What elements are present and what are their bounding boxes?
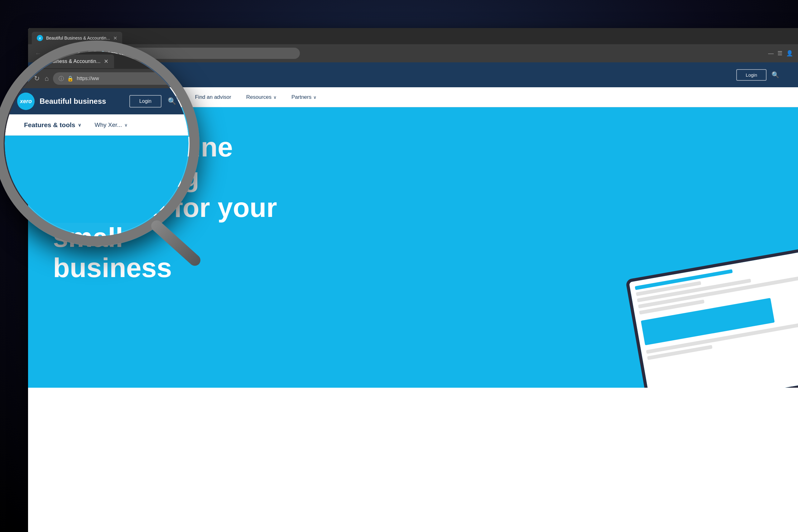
home-button[interactable]: ⌂ [74,48,84,58]
nav-item-resources[interactable]: Resources ∨ [239,87,284,107]
user-icon[interactable]: 👤 [786,50,793,57]
browser-controls: — ☰ 👤 [768,50,793,57]
nav-partners-label: Partners [291,94,311,100]
hero-headline: Xero is online accounting software for y… [53,132,334,283]
nav-features-label: Features & tools [54,94,101,101]
menu-icon[interactable]: ☰ [777,50,782,57]
hero-line3: business [53,252,172,283]
nav-advisor-label: Find an advisor [195,94,231,100]
xero-logo-area: xero Beautiful business [47,67,129,83]
nav-whyxero-chevron: ∨ [146,95,149,100]
nav-whyxero-label: Why Xero [121,94,144,100]
address-bar-row: ← → ↻ ⌂ ⓘ 🔒 https://ww...com — ☰ 👤 [28,44,798,62]
xero-logo[interactable]: xero [47,67,63,83]
hero-line1: Xero is online accounting [53,132,233,193]
tab-close-button[interactable]: ✕ [113,35,117,41]
nav-resources-label: Resources [246,94,271,100]
info-icon: ⓘ [93,51,98,56]
xero-logo-text: xero [50,72,60,78]
minimize-icon[interactable]: — [768,50,774,57]
nav-item-features[interactable]: Features & tools ∨ [47,87,113,107]
nav-pricing-label: Pricing [164,94,180,100]
tab-favicon: x [37,35,43,41]
search-icon: 🔍 [772,71,779,78]
tab-title: Beautiful Business & Accountin... [46,36,110,40]
tablet-row-4 [638,276,798,308]
address-bar[interactable]: ⓘ 🔒 https://ww...com [88,48,300,59]
search-button[interactable]: 🔍 [772,71,779,78]
nav-item-partners[interactable]: Partners ∨ [284,87,324,107]
browser-window: x Beautiful Business & Accountin... ✕ ← … [28,28,798,532]
tab-bar: x Beautiful Business & Accountin... ✕ [28,28,798,44]
lock-icon: 🔒 [100,51,106,56]
tablet-mockup [625,248,798,388]
tab-favicon-text: x [39,36,41,40]
tablet-screen [629,252,798,388]
tablet-chart [641,298,775,345]
xero-header: xero Beautiful business Login 🔍 [28,62,798,87]
xero-brand-text: Beautiful business [68,71,129,79]
browser-chrome: x Beautiful Business & Accountin... ✕ ← … [28,28,798,62]
nav-features-chevron: ∨ [102,95,106,100]
forward-button[interactable]: → [47,48,57,58]
nav-resources-chevron: ∨ [273,95,277,100]
nav-item-pricing[interactable]: Pricing [156,87,188,107]
xero-website: xero Beautiful business Login 🔍 Features… [28,62,798,388]
xero-hero: Xero is online accounting software for y… [28,107,798,388]
browser-tab[interactable]: x Beautiful Business & Accountin... ✕ [32,32,122,44]
nav-item-whyxero[interactable]: Why Xero ∨ [113,87,156,107]
url-text: https://ww...com [109,51,295,56]
xero-nav: Features & tools ∨ Why Xero ∨ Pricing Fi… [28,87,798,107]
hero-line2: software for your small [53,192,277,253]
login-button[interactable]: Login [736,69,766,81]
nav-item-advisor[interactable]: Find an advisor [187,87,239,107]
refresh-button[interactable]: ↻ [60,48,71,58]
nav-partners-chevron: ∨ [313,95,317,100]
back-button[interactable]: ← [33,48,43,58]
xero-header-right: Login 🔍 [736,69,779,81]
